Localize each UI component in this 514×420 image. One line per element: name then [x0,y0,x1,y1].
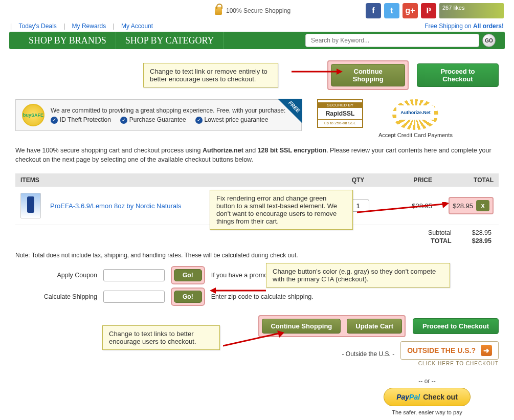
annotation-remove: Fix rendering error and change green but… [210,190,353,230]
header-price: PRICE [381,176,432,184]
secure-shopping-text: 100% Secure Shopping [226,7,290,14]
arrow-right-icon: ➜ [481,345,492,356]
guarantee-lowest-price: Lowest price guarantee [195,116,269,124]
continue-shopping-button-bottom[interactable]: Continue Shopping [262,319,341,334]
nav-shop-by-category[interactable]: SHOP BY CATEGORY [116,32,224,49]
search-go-button[interactable]: GO [482,34,496,47]
cart-row: ProEFA-3.6.9/Lemon 8oz by Nordic Natural… [15,187,499,225]
buysafe-block: buySAFE We are committed to providing a … [15,99,302,131]
pinterest-icon[interactable]: P [421,3,436,18]
shipping-hint: Enter zip code to calculate shipping. [211,293,314,300]
shipping-zip-input[interactable] [103,291,165,303]
link-my-account[interactable]: My Account [121,23,153,30]
authorizenet-seal-icon: Authorize.Net [392,99,438,130]
paypal-checkout-button[interactable]: PayPal Check out [384,388,471,406]
outside-us-button[interactable]: OUTSIDE THE U.S.? ➜ [400,341,499,360]
top-links: | Today's Deals | My Rewards | My Accoun… [10,23,158,30]
header-total: TOTAL [432,176,494,184]
remove-item-button[interactable]: x [476,200,489,211]
proceed-to-checkout-button-top[interactable]: Proceed to Checkout [417,63,499,87]
googleplus-icon[interactable]: g+ [403,3,418,18]
twitter-icon[interactable]: t [384,3,399,18]
outside-us-sub: CLICK HERE TO CHECKOUT [400,361,499,366]
product-thumbnail[interactable] [20,193,41,218]
buysafe-badge-icon: buySAFE [22,104,44,126]
proceed-to-checkout-button-bottom[interactable]: Proceed to Checkout [413,318,499,334]
facebook-icon[interactable]: f [366,3,381,18]
or-divider: -- or -- [355,378,499,385]
continue-shopping-button-top[interactable]: Continue Shopping [331,64,405,86]
lock-icon [215,7,222,15]
line-total: $28.95 [453,202,473,210]
likes-badge: 267 likes [439,3,504,18]
apply-coupon-button[interactable]: Go! [174,269,202,281]
outside-us-label: - Outside the U.S. - [342,350,395,358]
highlight-continue-top: Continue Shopping [327,60,408,90]
calculate-shipping-button[interactable]: Go! [174,291,202,303]
tax-shipping-note: Note: Total does not include tax, shippi… [15,252,499,259]
free-corner-icon: FREE [278,99,302,123]
annotation-top: Change to text link or remove entirely t… [143,63,278,87]
line-price: $28.95 [381,202,432,210]
header-items: ITEMS [20,176,335,184]
main-nav: SHOP BY BRANDS SHOP BY CATEGORY GO [9,32,505,49]
annotation-bottom: Change to text links to better encourage… [102,325,220,350]
free-shipping-banner: Free Shipping on All orders! [424,23,504,30]
buysafe-headline: We are committed to providing a great sh… [51,107,285,114]
highlight-bottom-buttons: Continue Shopping Update Cart [258,315,406,337]
header-qty: QTY [335,176,381,184]
rapidssl-badge: SECURED BY RapidSSL up to 256-bit SSL [317,99,363,128]
update-cart-button[interactable]: Update Cart [347,319,402,334]
intro-text: We have 100% secure shopping cart and ch… [15,146,499,164]
highlight-remove: $28.95 x [449,197,494,214]
guarantee-id-theft: ID Theft Protection [51,116,111,124]
nav-shop-by-brands[interactable]: SHOP BY BRANDS [19,32,116,49]
authorizenet-block: Authorize.Net Accept Credit Card Payment… [378,99,453,138]
paypal-subtext: The safer, easier way to pay [355,409,499,415]
apply-coupon-label: Apply Coupon [15,272,97,279]
calculate-shipping-label: Calculate Shipping [15,293,97,300]
highlight-go-coupon: Go! [171,266,205,284]
authorizenet-sub: Accept Credit Card Payments [378,132,453,138]
link-my-rewards[interactable]: My Rewards [72,23,106,30]
search-input[interactable] [305,34,479,47]
guarantee-purchase: Purchase Guarantee [120,116,186,124]
link-todays-deals[interactable]: Today's Deals [18,23,56,30]
product-link[interactable]: ProEFA-3.6.9/Lemon 8oz by Nordic Natural… [50,202,182,210]
annotation-color: Change button's color (e.g. gray) so the… [266,263,450,288]
cart-header: ITEMS QTY PRICE TOTAL [15,173,499,187]
coupon-input[interactable] [103,269,165,281]
highlight-go-shipping: Go! [171,288,205,306]
